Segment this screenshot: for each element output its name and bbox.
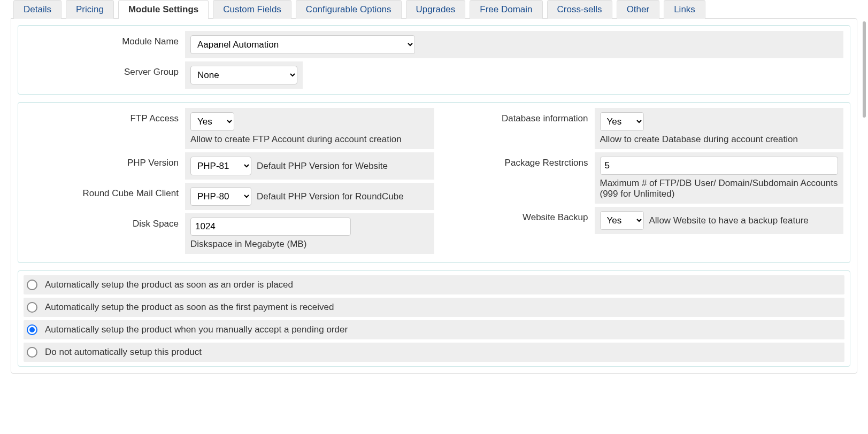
website-backup-hint: Allow Website to have a backup feature xyxy=(649,215,809,226)
disk-space-hint: Diskspace in Megabyte (MB) xyxy=(190,239,429,250)
database-info-label: Database information xyxy=(434,108,595,129)
package-restrictions-input[interactable] xyxy=(600,157,839,175)
setup-option-radio[interactable] xyxy=(27,280,37,290)
setup-option-radio[interactable] xyxy=(27,347,37,358)
module-options-fieldset: FTP Access Yes Allow to create FTP Accou… xyxy=(18,102,850,263)
disk-space-label: Disk Space xyxy=(25,213,185,235)
ftp-access-label: FTP Access xyxy=(25,108,185,129)
php-version-select[interactable]: PHP-81 xyxy=(190,157,251,175)
roundcube-hint: Default PHP Version for RoundCube xyxy=(257,191,404,202)
module-name-label: Module Name xyxy=(25,31,185,52)
server-group-select[interactable]: None xyxy=(190,66,297,84)
website-backup-select[interactable]: Yes xyxy=(600,211,644,230)
website-backup-label: Website Backup xyxy=(434,207,595,228)
setup-option-radio[interactable] xyxy=(27,302,37,313)
tab-module-settings[interactable]: Module Settings xyxy=(118,0,209,19)
setup-option-label: Automatically setup the product when you… xyxy=(45,324,348,335)
setup-option-label: Automatically setup the product as soon … xyxy=(45,280,293,290)
php-version-label: PHP Version xyxy=(25,152,185,174)
module-basic-fieldset: Module Name Aapanel Automation Server Gr… xyxy=(18,25,850,95)
setup-option-radio[interactable] xyxy=(27,324,37,335)
tab-details[interactable]: Details xyxy=(13,0,62,19)
disk-space-input[interactable] xyxy=(190,218,351,236)
database-info-hint: Allow to create Database during account … xyxy=(600,134,798,145)
package-restrictions-label: Package Restrctions xyxy=(434,152,595,174)
package-restrictions-hint: Maximum # of FTP/DB User/ Domain/Subdoma… xyxy=(600,178,839,199)
tab-links[interactable]: Links xyxy=(664,0,705,19)
tab-cross-sells[interactable]: Cross-sells xyxy=(547,0,612,19)
server-group-label: Server Group xyxy=(25,61,185,83)
module-name-select[interactable]: Aapanel Automation xyxy=(190,35,415,54)
tab-other[interactable]: Other xyxy=(617,0,660,19)
roundcube-select[interactable]: PHP-80 xyxy=(190,187,251,206)
tab-configurable-options[interactable]: Configurable Options xyxy=(296,0,402,19)
scrollbar-thumb[interactable] xyxy=(863,21,866,118)
tab-upgrades[interactable]: Upgrades xyxy=(406,0,466,19)
database-info-select[interactable]: Yes xyxy=(600,112,644,131)
setup-radio-fieldset: Automatically setup the product as soon … xyxy=(18,270,850,367)
tab-custom-fields[interactable]: Custom Fields xyxy=(213,0,291,19)
setup-option-row[interactable]: Automatically setup the product as soon … xyxy=(24,275,844,294)
tab-pricing[interactable]: Pricing xyxy=(66,0,114,19)
php-version-hint: Default PHP Version for Website xyxy=(257,161,388,172)
roundcube-label: Round Cube Mail Client xyxy=(25,183,185,204)
setup-option-row[interactable]: Do not automatically setup this product xyxy=(24,343,844,362)
ftp-access-hint: Allow to create FTP Account during accou… xyxy=(190,134,402,145)
ftp-access-select[interactable]: Yes xyxy=(190,112,234,131)
setup-option-row[interactable]: Automatically setup the product when you… xyxy=(24,320,844,339)
tab-free-domain[interactable]: Free Domain xyxy=(470,0,542,19)
setup-option-label: Automatically setup the product as soon … xyxy=(45,302,334,313)
setup-option-label: Do not automatically setup this product xyxy=(45,347,202,358)
setup-option-row[interactable]: Automatically setup the product as soon … xyxy=(24,298,844,317)
